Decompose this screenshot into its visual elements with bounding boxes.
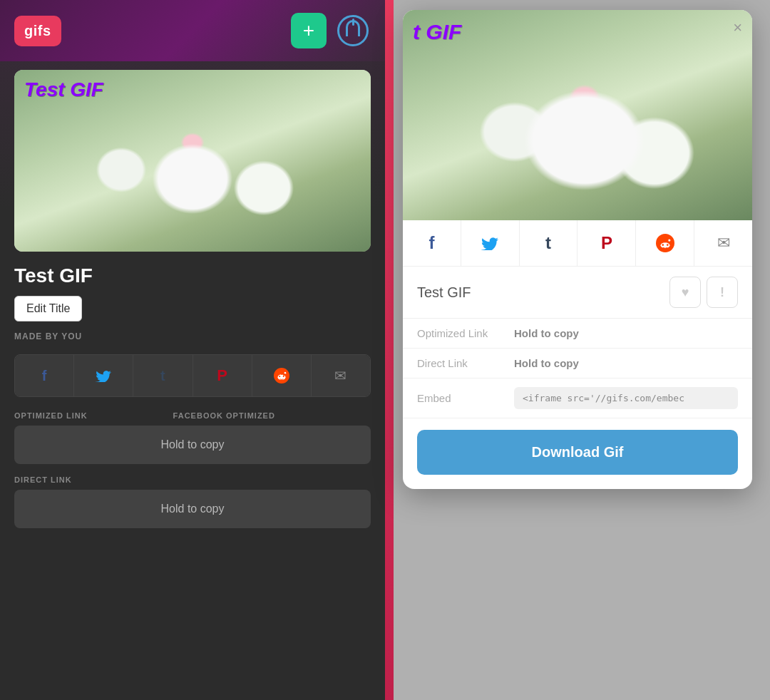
edit-title-button[interactable]: Edit Title [14, 296, 82, 321]
facebook-optimized-label: FACEBOOK OPTIMIZED [173, 411, 275, 420]
modal-embed-label: Embed [417, 392, 503, 404]
link-section: OPTIMIZED LINK FACEBOOK OPTIMIZED Hold t… [14, 411, 371, 464]
left-content: Test GIF Edit Title MADE BY YOU f t P ✉ … [0, 252, 385, 700]
modal-share-reddit[interactable] [636, 220, 694, 266]
share-tumblr-button[interactable]: t [133, 355, 192, 396]
svg-rect-14 [664, 240, 666, 243]
modal-share-email[interactable]: ✉ [694, 220, 752, 266]
svg-point-2 [279, 376, 280, 377]
power-button[interactable] [335, 13, 371, 48]
share-row: f t P ✉ [14, 354, 371, 397]
modal-body: f t P ✉ Test GIF ♥ ! [403, 220, 752, 475]
heart-icon: ♥ [682, 285, 689, 300]
modal-optimized-link-row: Optimized Link Hold to copy [403, 319, 752, 349]
svg-point-3 [282, 376, 284, 377]
modal-info-row: Test GIF ♥ ! [403, 267, 752, 319]
modal-share-facebook[interactable]: f [403, 220, 461, 266]
modal-embed-value[interactable]: <iframe src='//gifs.com/embec [514, 387, 738, 409]
modal-optimized-link-label: Optimized Link [417, 327, 503, 339]
right-panel: × t GIF f t P ✉ Test GIF [385, 0, 770, 700]
modal-direct-link-label: Direct Link [417, 357, 503, 369]
modal-close-button[interactable]: × [733, 20, 742, 36]
direct-link-section: DIRECT LINK Hold to copy [14, 475, 371, 528]
gif-preview: Test GIF [14, 70, 371, 252]
share-facebook-button[interactable]: f [15, 355, 74, 396]
svg-point-7 [282, 374, 284, 376]
modal-report-button[interactable]: ! [707, 277, 738, 308]
modal-share-pinterest[interactable]: P [578, 220, 636, 266]
share-modal: × t GIF f t P ✉ Test GIF [403, 10, 752, 489]
modal-download-button[interactable]: Download Gif [417, 430, 738, 475]
svg-rect-6 [281, 373, 282, 375]
direct-link-label: DIRECT LINK [14, 475, 371, 484]
modal-gif-preview: t GIF [403, 10, 752, 220]
modal-direct-link-row: Direct Link Hold to copy [403, 349, 752, 379]
app-header: gifs + [0, 0, 385, 61]
add-button[interactable]: + [291, 13, 327, 48]
svg-point-13 [668, 240, 670, 242]
share-reddit-button[interactable] [252, 355, 312, 396]
share-email-button[interactable]: ✉ [312, 355, 370, 396]
gif-title-overlay: Test GIF [24, 78, 103, 101]
modal-gif-name: Test GIF [417, 284, 669, 301]
modal-direct-link-value[interactable]: Hold to copy [514, 357, 579, 369]
gif-card: Test GIF [14, 70, 371, 252]
svg-point-11 [667, 244, 669, 246]
modal-share-twitter[interactable] [461, 220, 520, 266]
svg-point-10 [662, 244, 664, 246]
power-icon [337, 15, 369, 46]
svg-point-9 [660, 242, 669, 248]
app-logo: gifs [14, 16, 61, 46]
modal-action-buttons: ♥ ! [669, 277, 738, 308]
direct-link-copy-box[interactable]: Hold to copy [14, 490, 371, 528]
modal-embed-row: Embed <iframe src='//gifs.com/embec [403, 379, 752, 418]
share-pinterest-button[interactable]: P [193, 355, 252, 396]
share-twitter-button[interactable] [74, 355, 133, 396]
gif-name: Test GIF [14, 264, 371, 287]
report-icon: ! [720, 285, 724, 300]
modal-optimized-link-value[interactable]: Hold to copy [514, 327, 579, 339]
modal-share-row: f t P ✉ [403, 220, 752, 267]
optimized-link-copy-box[interactable]: Hold to copy [14, 426, 371, 464]
modal-gif-title-overlay: t GIF [413, 20, 461, 44]
link-labels: OPTIMIZED LINK FACEBOOK OPTIMIZED [14, 411, 371, 420]
optimized-link-label: OPTIMIZED LINK [14, 411, 88, 420]
made-by-label: MADE BY YOU [14, 331, 371, 341]
modal-share-tumblr[interactable]: t [520, 220, 578, 266]
left-panel: gifs + Test GIF Test GIF Edit Title MADE… [0, 0, 385, 700]
modal-like-button[interactable]: ♥ [669, 277, 701, 308]
